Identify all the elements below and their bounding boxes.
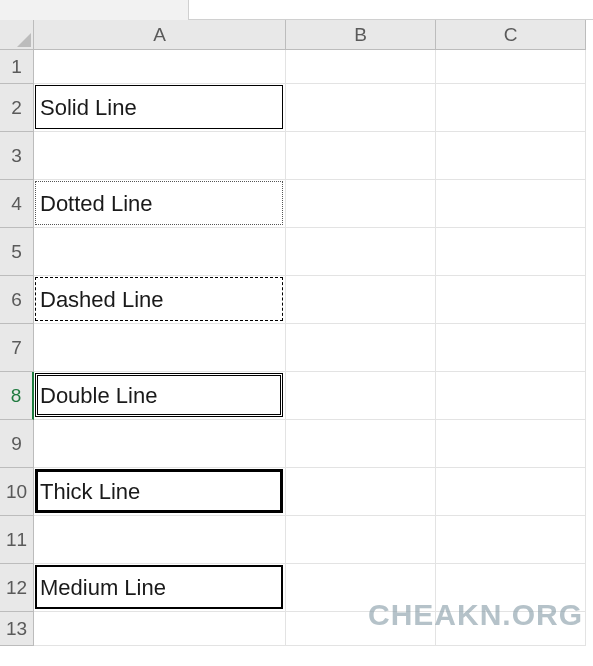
cell-text: Dotted Line xyxy=(40,191,153,217)
row: 13 xyxy=(0,612,593,646)
row-header-3[interactable]: 3 xyxy=(0,132,34,180)
row-header-5[interactable]: 5 xyxy=(0,228,34,276)
row: 12 Medium Line xyxy=(0,564,593,612)
cell-B6[interactable] xyxy=(286,276,436,324)
select-all-triangle[interactable] xyxy=(0,20,34,50)
cell-B12[interactable] xyxy=(286,564,436,612)
row-header-11[interactable]: 11 xyxy=(0,516,34,564)
row: 2 Solid Line xyxy=(0,84,593,132)
row: 5 xyxy=(0,228,593,276)
cell-A8[interactable]: Double Line xyxy=(34,372,286,420)
row-header-7[interactable]: 7 xyxy=(0,324,34,372)
row-header-2[interactable]: 2 xyxy=(0,84,34,132)
cell-C9[interactable] xyxy=(436,420,586,468)
cell-C4[interactable] xyxy=(436,180,586,228)
cell-C3[interactable] xyxy=(436,132,586,180)
cell-C1[interactable] xyxy=(436,50,586,84)
cell-B5[interactable] xyxy=(286,228,436,276)
cell-A9[interactable] xyxy=(34,420,286,468)
cell-text: Solid Line xyxy=(40,95,137,121)
cell-C6[interactable] xyxy=(436,276,586,324)
cell-C5[interactable] xyxy=(436,228,586,276)
column-header-A[interactable]: A xyxy=(34,20,286,50)
row: 10 Thick Line xyxy=(0,468,593,516)
cell-A1[interactable] xyxy=(34,50,286,84)
column-header-B[interactable]: B xyxy=(286,20,436,50)
row: 6 Dashed Line xyxy=(0,276,593,324)
cell-A7[interactable] xyxy=(34,324,286,372)
row: 1 xyxy=(0,50,593,84)
column-headers: A B C xyxy=(0,20,593,50)
row-header-8[interactable]: 8 xyxy=(0,372,34,420)
row: 9 xyxy=(0,420,593,468)
row: 8 Double Line xyxy=(0,372,593,420)
cell-B4[interactable] xyxy=(286,180,436,228)
cell-B2[interactable] xyxy=(286,84,436,132)
cell-B7[interactable] xyxy=(286,324,436,372)
spreadsheet-grid: A B C 1 2 Solid Line 3 4 Dotted Line xyxy=(0,20,593,646)
row: 3 xyxy=(0,132,593,180)
row-header-12[interactable]: 12 xyxy=(0,564,34,612)
namebox-strip xyxy=(0,0,188,20)
cell-A11[interactable] xyxy=(34,516,286,564)
cell-text: Medium Line xyxy=(40,575,166,601)
row: 11 xyxy=(0,516,593,564)
cell-A13[interactable] xyxy=(34,612,286,646)
cell-B9[interactable] xyxy=(286,420,436,468)
cell-text: Double Line xyxy=(40,383,157,409)
row: 7 xyxy=(0,324,593,372)
select-all-icon xyxy=(17,33,31,47)
cell-C2[interactable] xyxy=(436,84,586,132)
cell-B8[interactable] xyxy=(286,372,436,420)
cell-B11[interactable] xyxy=(286,516,436,564)
row: 4 Dotted Line xyxy=(0,180,593,228)
cell-C11[interactable] xyxy=(436,516,586,564)
cell-C8[interactable] xyxy=(436,372,586,420)
cell-A10[interactable]: Thick Line xyxy=(34,468,286,516)
row-header-4[interactable]: 4 xyxy=(0,180,34,228)
column-header-C[interactable]: C xyxy=(436,20,586,50)
row-header-9[interactable]: 9 xyxy=(0,420,34,468)
cell-A4[interactable]: Dotted Line xyxy=(34,180,286,228)
cell-A12[interactable]: Medium Line xyxy=(34,564,286,612)
cell-B3[interactable] xyxy=(286,132,436,180)
cell-C13[interactable] xyxy=(436,612,586,646)
row-header-1[interactable]: 1 xyxy=(0,50,34,84)
cell-A6[interactable]: Dashed Line xyxy=(34,276,286,324)
formula-bar[interactable] xyxy=(188,0,593,20)
cell-B13[interactable] xyxy=(286,612,436,646)
cell-A2[interactable]: Solid Line xyxy=(34,84,286,132)
row-header-10[interactable]: 10 xyxy=(0,468,34,516)
row-header-13[interactable]: 13 xyxy=(0,612,34,646)
cell-text: Thick Line xyxy=(40,479,140,505)
cell-text: Dashed Line xyxy=(40,287,164,313)
row-header-6[interactable]: 6 xyxy=(0,276,34,324)
cell-C7[interactable] xyxy=(436,324,586,372)
cell-B10[interactable] xyxy=(286,468,436,516)
cell-B1[interactable] xyxy=(286,50,436,84)
cell-C10[interactable] xyxy=(436,468,586,516)
cell-A5[interactable] xyxy=(34,228,286,276)
cell-C12[interactable] xyxy=(436,564,586,612)
cell-A3[interactable] xyxy=(34,132,286,180)
svg-marker-0 xyxy=(17,33,31,47)
